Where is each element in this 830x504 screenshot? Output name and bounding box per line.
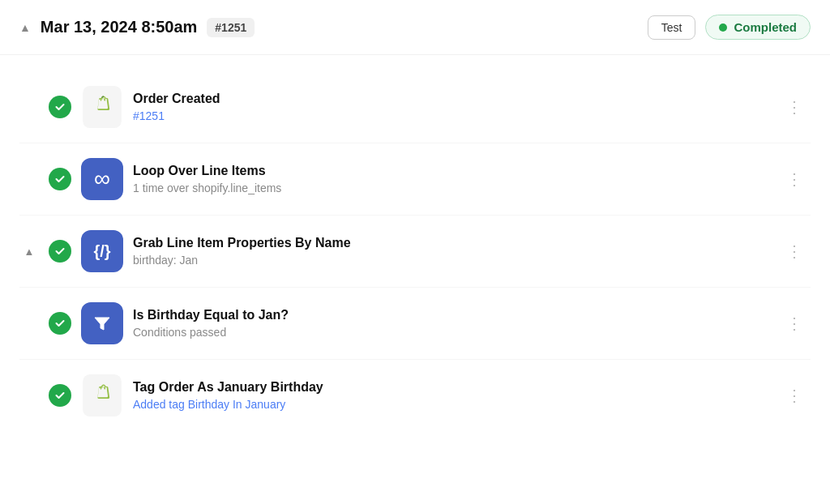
row-content: Tag Order As January Birthday Added tag … <box>133 380 770 411</box>
workflow-row: ▲ {/} Grab Line Item Properties By Name … <box>19 216 811 288</box>
header: ▲ Mar 13, 2024 8:50am #1251 Test Complet… <box>0 0 830 55</box>
shopify-icon-box <box>81 86 123 128</box>
row-menu-button[interactable]: ⋮ <box>780 238 811 264</box>
row-content: Grab Line Item Properties By Name birthd… <box>133 236 770 267</box>
svg-rect-1 <box>83 374 122 416</box>
workflow-list: Order Created #1251 ⋮ ∞ Loop Over Line I… <box>0 55 830 447</box>
completed-label: Completed <box>734 20 797 34</box>
row-subtitle: Conditions passed <box>133 326 770 339</box>
check-circle-icon <box>49 312 71 335</box>
row-title: Tag Order As January Birthday <box>133 380 770 395</box>
check-circle-icon <box>49 240 71 263</box>
completed-dot-icon <box>719 23 727 32</box>
completed-badge: Completed <box>705 15 811 40</box>
collapse-chevron[interactable]: ▲ <box>19 21 31 34</box>
row-menu-button[interactable]: ⋮ <box>780 310 811 336</box>
workflow-row: Is Birthday Equal to Jan? Conditions pas… <box>19 288 811 360</box>
workflow-row: Order Created #1251 ⋮ <box>19 71 811 143</box>
row-subtitle[interactable]: Added tag Birthday In January <box>133 398 770 411</box>
row-title: Is Birthday Equal to Jan? <box>133 308 770 322</box>
check-circle-icon <box>49 168 71 190</box>
row-content: Loop Over Line Items 1 time over shopify… <box>133 164 770 194</box>
expand-collapse-chevron[interactable]: ▲ <box>19 246 39 258</box>
svg-rect-0 <box>83 86 122 128</box>
filter-icon-box <box>81 302 123 344</box>
infinity-icon: ∞ <box>94 166 110 192</box>
run-timestamp: Mar 13, 2024 8:50am <box>41 18 197 36</box>
run-id-badge: #1251 <box>207 18 255 37</box>
row-subtitle[interactable]: #1251 <box>133 109 770 122</box>
row-menu-button[interactable]: ⋮ <box>780 94 811 120</box>
row-content: Is Birthday Equal to Jan? Conditions pas… <box>133 308 770 339</box>
row-content: Order Created #1251 <box>133 92 770 122</box>
row-menu-button[interactable]: ⋮ <box>780 382 811 408</box>
test-badge[interactable]: Test <box>648 15 696 40</box>
workflow-row: ∞ Loop Over Line Items 1 time over shopi… <box>19 143 811 216</box>
shopify2-icon-box <box>81 374 123 416</box>
workflow-row: Tag Order As January Birthday Added tag … <box>19 360 811 431</box>
row-menu-button[interactable]: ⋮ <box>780 166 811 192</box>
check-circle-icon <box>49 96 71 118</box>
row-subtitle: birthday: Jan <box>133 254 770 267</box>
row-title: Order Created <box>133 92 770 106</box>
check-circle-icon <box>49 384 71 407</box>
row-title: Loop Over Line Items <box>133 164 770 178</box>
row-subtitle: 1 time over shopify.line_items <box>133 182 770 194</box>
loop-icon-box: ∞ <box>81 158 123 200</box>
row-title: Grab Line Item Properties By Name <box>133 236 770 250</box>
curly-braces-icon: {/} <box>93 242 110 261</box>
code-icon-box: {/} <box>81 230 123 272</box>
funnel-icon <box>91 312 113 335</box>
